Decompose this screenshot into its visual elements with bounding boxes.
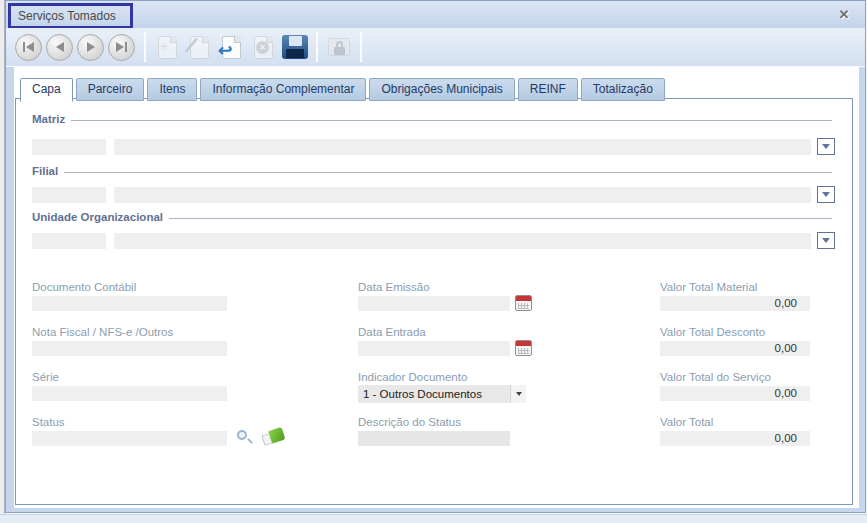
tab-parceiro[interactable]: Parceiro (76, 78, 145, 101)
window-title: Serviços Tomados (8, 3, 133, 29)
search-icon[interactable] (236, 429, 254, 447)
data-entrada-label: Data Entrada (358, 326, 426, 338)
tab-totalizacao[interactable]: Totalização (581, 78, 665, 101)
documento-contabil-label: Documento Contábil (32, 281, 136, 293)
bottom-strip (0, 514, 867, 523)
previous-record-button[interactable] (46, 34, 73, 61)
descricao-status-label: Descrição do Status (358, 416, 461, 428)
unidade-code-field[interactable] (32, 233, 106, 249)
toolbar-separator (360, 32, 362, 62)
serie-label: Série (32, 371, 59, 383)
new-record-button: ✳ (151, 31, 183, 63)
serie-input[interactable] (32, 386, 227, 401)
content-area: Capa Parceiro Itens Informação Complemen… (14, 67, 859, 508)
valor-total-material-label: Valor Total Material (660, 281, 757, 293)
protect-button (323, 31, 355, 63)
close-icon[interactable]: ✕ (836, 7, 852, 23)
valor-total-input[interactable]: 0,00 (660, 431, 810, 446)
tab-itens[interactable]: Itens (147, 78, 197, 101)
next-record-icon (87, 42, 95, 52)
chevron-down-icon (822, 144, 830, 149)
edit-record-button (183, 31, 215, 63)
valor-total-desconto-label: Valor Total Desconto (660, 326, 765, 338)
valor-total-material-input[interactable]: 0,00 (660, 296, 810, 311)
calendar-icon[interactable] (515, 295, 532, 311)
matriz-group-title: Matriz (32, 113, 65, 125)
data-emissao-label: Data Emissão (358, 281, 430, 293)
filial-group-header: Filial (32, 165, 832, 177)
calendar-icon[interactable] (515, 340, 532, 356)
servicos-tomados-window: Serviços Tomados ✕ ✳ ↩ (5, 0, 866, 513)
capa-tab-panel: Matriz Filial Unidade Organizacional (15, 98, 853, 505)
eraser-icon[interactable] (261, 427, 286, 446)
unidade-group-title: Unidade Organizacional (32, 211, 163, 223)
matriz-code-field[interactable] (32, 139, 106, 155)
matriz-dropdown-button[interactable] (817, 138, 835, 155)
chevron-down-icon[interactable] (510, 385, 526, 403)
status-label: Status (32, 416, 65, 428)
last-record-button[interactable] (108, 34, 135, 61)
chevron-down-icon (822, 192, 830, 197)
toolbar-separator (144, 32, 146, 62)
data-emissao-input[interactable] (358, 296, 510, 311)
unidade-dropdown-button[interactable] (817, 232, 835, 249)
first-record-icon (23, 42, 25, 52)
valor-total-servico-label: Valor Total do Serviço (660, 371, 771, 383)
cancel-button: ✕ (247, 31, 279, 63)
lock-icon (328, 38, 350, 56)
valor-total-desconto-input[interactable]: 0,00 (660, 341, 810, 356)
last-record-icon (116, 42, 124, 52)
indicador-documento-label: Indicador Documento (358, 371, 467, 383)
save-button[interactable] (279, 31, 311, 63)
filial-group-title: Filial (32, 165, 58, 177)
data-entrada-input[interactable] (358, 341, 510, 356)
tab-obrigacoes-municipais[interactable]: Obrigações Municipais (369, 78, 514, 101)
previous-record-icon (56, 42, 64, 52)
descricao-status-input[interactable] (358, 431, 510, 446)
title-bar: Serviços Tomados ✕ (6, 1, 865, 28)
next-record-button[interactable] (77, 34, 104, 61)
documento-contabil-input[interactable] (32, 296, 227, 311)
filial-dropdown-button[interactable] (817, 186, 835, 203)
tab-informacao-complementar[interactable]: Informação Complementar (200, 78, 366, 101)
indicador-documento-value: 1 - Outros Documentos (358, 388, 510, 400)
filial-description-field[interactable] (114, 187, 811, 203)
status-input[interactable] (32, 431, 227, 446)
unidade-description-field[interactable] (114, 233, 811, 249)
undo-button[interactable]: ↩ (215, 31, 247, 63)
edit-record-icon (190, 36, 209, 59)
matriz-group-header: Matriz (32, 113, 832, 125)
chevron-down-icon (822, 238, 830, 243)
tab-reinf[interactable]: REINF (518, 78, 578, 101)
tab-capa[interactable]: Capa (20, 78, 73, 102)
unidade-group-header: Unidade Organizacional (32, 211, 832, 223)
toolbar: ✳ ↩ ✕ (6, 28, 865, 67)
tab-strip: Capa Parceiro Itens Informação Complemen… (20, 78, 668, 101)
nota-fiscal-label: Nota Fiscal / NFS-e /Outros (32, 326, 173, 338)
valor-total-label: Valor Total (660, 416, 713, 428)
first-record-button[interactable] (15, 34, 42, 61)
valor-total-servico-input[interactable]: 0,00 (660, 386, 810, 401)
save-icon (282, 35, 308, 59)
indicador-documento-select[interactable]: 1 - Outros Documentos (358, 385, 526, 403)
filial-code-field[interactable] (32, 187, 106, 203)
matriz-description-field[interactable] (114, 139, 811, 155)
nota-fiscal-input[interactable] (32, 341, 227, 356)
toolbar-separator (316, 32, 318, 62)
